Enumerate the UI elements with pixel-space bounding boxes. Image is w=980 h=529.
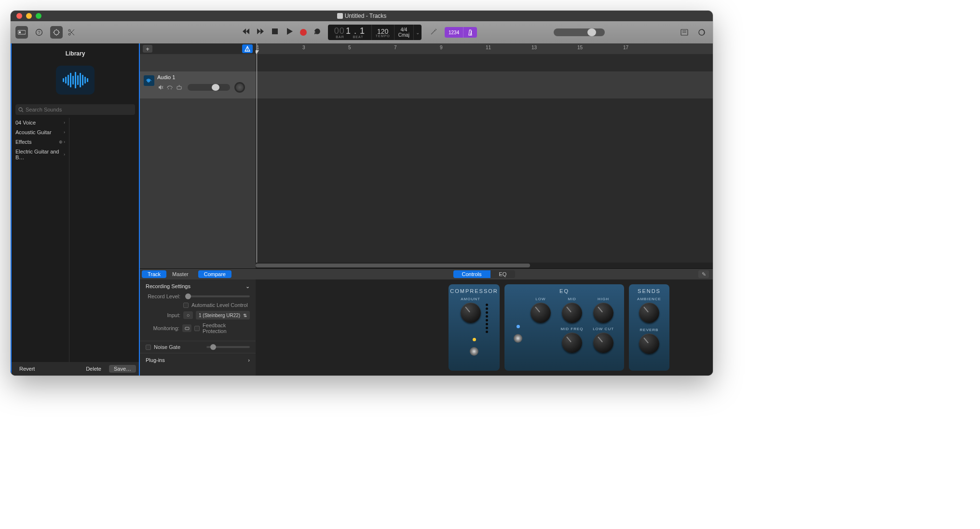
eq-low-knob[interactable]	[531, 303, 551, 323]
category-list: 04 Voice› Acoustic Guitar› Effects⊕ › El…	[12, 118, 69, 376]
eq-lowcut-knob[interactable]	[593, 333, 613, 353]
quick-help-button[interactable]: ?	[33, 26, 45, 39]
rewind-button[interactable]	[242, 28, 250, 37]
ruler-tick: 5	[348, 45, 351, 50]
svg-point-19	[19, 108, 22, 111]
library-title: Library	[12, 50, 139, 57]
lcd-menu-button[interactable]: ⌄	[414, 30, 422, 35]
chevron-right-icon: ›	[64, 130, 65, 135]
revert-button[interactable]: Revert	[14, 365, 40, 373]
monitoring-label: Monitoring:	[146, 325, 179, 331]
add-track-button[interactable]: +	[143, 45, 152, 53]
eq-midfreq-knob[interactable]	[562, 333, 582, 353]
chevron-right-icon: ›	[248, 357, 250, 363]
document-icon	[337, 13, 343, 19]
lcd-time-signature[interactable]: 4/4	[400, 27, 407, 32]
arrange-area[interactable]: 1 3 5 7 9 11 13 15 17	[256, 43, 713, 268]
compressor-title: COMPRESSOR	[450, 288, 498, 294]
tab-master[interactable]: Master	[166, 270, 194, 278]
ruler-tick: 9	[440, 45, 443, 50]
eq-bypass[interactable]	[514, 334, 522, 343]
lcd-position: 1 . 1	[346, 26, 365, 36]
playhead[interactable]	[257, 43, 257, 268]
track-header[interactable]: Audio 1	[140, 71, 256, 98]
category-acoustic-guitar[interactable]: Acoustic Guitar›	[12, 127, 69, 137]
master-volume-slider[interactable]	[554, 28, 605, 36]
forward-button[interactable]	[257, 28, 264, 37]
compressor-bypass[interactable]	[470, 347, 478, 356]
eq-high-knob[interactable]	[593, 303, 613, 323]
svg-text:?: ?	[38, 30, 40, 35]
metronome-button[interactable]	[463, 27, 477, 38]
pill-controls[interactable]: Controls	[453, 270, 490, 278]
notepad-button[interactable]	[678, 26, 691, 39]
library-toggle-button[interactable]	[15, 26, 28, 39]
tuner-icon[interactable]	[430, 28, 438, 37]
search-input[interactable]: Search Sounds	[15, 104, 135, 115]
loop-browser-button[interactable]	[695, 26, 708, 39]
chevron-right-icon: ›	[64, 152, 65, 157]
svg-point-4	[54, 30, 59, 35]
inspector-toggle[interactable]: ✎	[698, 270, 709, 278]
eq-pedal: EQ LOW MID HIGH	[504, 284, 624, 371]
lcd-key[interactable]: Cmaj	[398, 32, 409, 38]
noise-gate-slider[interactable]	[206, 346, 250, 348]
horizontal-scrollbar[interactable]	[256, 263, 713, 268]
monitoring-button[interactable]	[182, 324, 191, 332]
category-effects[interactable]: Effects⊕ ›	[12, 137, 69, 147]
record-button[interactable]	[300, 29, 307, 36]
input-monitor-button[interactable]	[166, 84, 173, 90]
main-toolbar: ? 001 . 1 BARBEAT 120 TEMPO	[11, 21, 713, 43]
count-in-button[interactable]: 1234	[445, 27, 463, 38]
app-window: Untitled - Tracks ?	[11, 11, 713, 376]
noise-gate-checkbox[interactable]	[146, 345, 151, 350]
sends-title: SENDS	[638, 288, 661, 294]
category-voice[interactable]: 04 Voice›	[12, 118, 69, 127]
track-name[interactable]: Audio 1	[157, 74, 252, 80]
pill-eq[interactable]: EQ	[490, 270, 516, 278]
search-icon	[18, 107, 24, 112]
lcd-display[interactable]: 001 . 1 BARBEAT 120 TEMPO 4/4 Cmaj ⌄	[328, 25, 422, 40]
scissors-icon[interactable]	[68, 26, 75, 39]
record-enable-button[interactable]	[176, 84, 182, 90]
reverb-knob[interactable]	[639, 334, 659, 354]
svg-line-20	[22, 111, 24, 112]
auto-level-checkbox[interactable]	[183, 303, 189, 308]
transport-controls	[242, 28, 321, 37]
plugins-header[interactable]: Plug-ins›	[146, 357, 250, 363]
play-button[interactable]	[286, 28, 293, 37]
cycle-button[interactable]	[313, 28, 321, 37]
tab-track[interactable]: Track	[142, 270, 166, 278]
stop-button[interactable]	[271, 28, 279, 37]
compressor-led	[473, 338, 476, 341]
svg-rect-1	[19, 31, 21, 33]
feedback-checkbox[interactable]	[194, 326, 200, 331]
compressor-amount-knob[interactable]	[461, 303, 481, 323]
mute-button[interactable]	[157, 84, 164, 90]
recording-settings-header[interactable]: Recording Settings⌄	[146, 283, 250, 290]
eq-mid-knob[interactable]	[562, 303, 582, 323]
input-format-button[interactable]: ○	[183, 311, 193, 319]
svg-rect-13	[272, 28, 278, 34]
compare-button[interactable]: Compare	[198, 270, 231, 278]
ambience-knob[interactable]	[639, 303, 659, 323]
titlebar: Untitled - Tracks	[11, 11, 713, 21]
inspector-column: Track Master Compare Recording Settings⌄…	[140, 269, 256, 376]
catch-playhead-button[interactable]	[242, 44, 253, 53]
delete-button[interactable]: Delete	[81, 365, 106, 373]
category-electric-guitar[interactable]: Electric Guitar and B…›	[12, 147, 69, 162]
ruler[interactable]: 1 3 5 7 9 11 13 15 17	[256, 43, 713, 54]
save-button[interactable]: Save…	[109, 365, 136, 373]
window-title: Untitled - Tracks	[345, 13, 387, 19]
pan-knob[interactable]	[234, 82, 245, 93]
track-lane[interactable]	[256, 71, 713, 98]
smart-controls-button[interactable]	[50, 26, 63, 39]
input-select[interactable]: 1 (Steinberg UR22)⇅	[196, 311, 250, 320]
noise-gate-label: Noise Gate	[154, 344, 180, 350]
eq-title: EQ	[559, 288, 569, 294]
lcd-bar-label: BAR	[336, 35, 344, 39]
volume-slider[interactable]	[188, 84, 230, 91]
record-level-slider[interactable]	[185, 295, 250, 297]
amount-label: AMOUNT	[461, 297, 480, 301]
ruler-tick: 15	[577, 45, 583, 50]
